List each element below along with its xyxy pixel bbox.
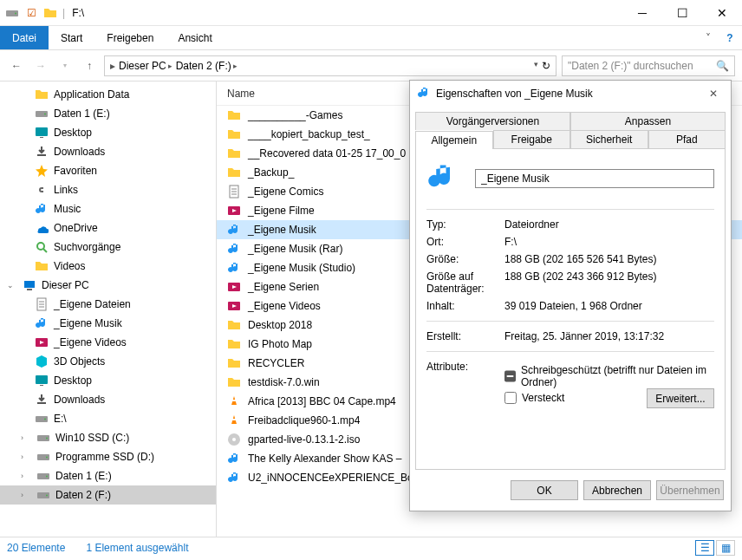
tab-customize[interactable]: Anpassen [570, 112, 726, 130]
tab-sharing[interactable]: Freigabe [493, 130, 571, 148]
tree-item-label: Videos [54, 260, 85, 272]
readonly-checkbox[interactable] [504, 370, 516, 382]
tree-item[interactable]: Favoriten [0, 161, 216, 180]
tree-item[interactable]: ⌄Dieser PC [0, 276, 216, 295]
prop-value: Dateiordner [504, 218, 559, 231]
tree-item[interactable]: Daten 1 (E:) [0, 104, 216, 123]
tree-item-label: Win10 SSD (C:) [55, 432, 129, 444]
tree-item[interactable]: ›Daten 1 (E:) [0, 466, 216, 485]
navigation-tree[interactable]: Application DataDaten 1 (E:)DesktopDownl… [0, 81, 217, 537]
expand-icon[interactable]: › [21, 491, 29, 499]
tree-item[interactable]: Downloads [0, 390, 216, 409]
ribbon-file-tab[interactable]: Datei [0, 26, 49, 49]
tree-item[interactable]: OneDrive [0, 218, 216, 238]
tree-item-label: 3D Objects [54, 355, 105, 368]
tree-item-label: Music [54, 203, 81, 215]
tree-item[interactable]: _Eigene Musik [0, 314, 216, 333]
tree-item[interactable]: _Eigene Dateien [0, 295, 216, 314]
folder-icon [227, 337, 241, 351]
back-button[interactable]: ← [7, 56, 26, 75]
tab-security[interactable]: Sicherheit [570, 130, 648, 148]
ribbon-tab-view[interactable]: Ansicht [166, 26, 224, 49]
tree-item[interactable]: Application Data [0, 85, 216, 104]
folder-icon [227, 318, 241, 332]
ok-button[interactable]: OK [511, 480, 578, 500]
close-button[interactable]: ✕ [702, 0, 742, 26]
3d-icon [35, 355, 49, 368]
tree-item[interactable]: E:\ [0, 409, 216, 428]
breadcrumb-root-icon[interactable]: ▸ [110, 60, 115, 72]
folder-icon [227, 108, 241, 122]
folder-name-input[interactable] [475, 169, 714, 188]
address-dropdown-icon[interactable]: ▾ [534, 60, 538, 72]
created-label: Erstellt: [426, 330, 504, 342]
file-name: testdisk-7.0.win [248, 376, 320, 388]
refresh-icon[interactable]: ↻ [542, 60, 550, 72]
forward-button[interactable]: → [31, 56, 50, 75]
tree-item[interactable]: ›Daten 2 (F:) [0, 485, 216, 505]
recent-dropdown[interactable]: ▾ [55, 56, 75, 75]
expand-icon[interactable]: › [21, 453, 29, 461]
maximize-button[interactable]: ☐ [662, 0, 702, 26]
tree-item[interactable]: 3D Objects [0, 352, 216, 371]
navigation-bar: ← → ▾ ↑ ▸ Dieser PC▸ Daten 2 (F:)▸ ▾ ↻ "… [0, 50, 742, 81]
up-button[interactable]: ↑ [80, 56, 99, 75]
apply-button[interactable]: Übernehmen [656, 480, 724, 500]
advanced-button[interactable]: Erweitert... [647, 388, 714, 408]
file-name: _Eigene Musik (Rar) [248, 243, 342, 255]
file-name: __Recovered data 01-25 17_00_0 [248, 147, 406, 160]
search-icon[interactable]: 🔍 [716, 60, 729, 72]
address-bar[interactable]: ▸ Dieser PC▸ Daten 2 (F:)▸ ▾ ↻ [104, 55, 556, 76]
drive-icon [35, 412, 49, 426]
drive-icon [36, 488, 50, 502]
tree-item[interactable]: Videos [0, 257, 216, 276]
expand-icon[interactable]: › [21, 433, 29, 442]
folder-icon [227, 127, 241, 141]
tree-item[interactable]: Desktop [0, 123, 216, 142]
quick-access-icon[interactable]: ☑ [24, 6, 38, 20]
prop-value: 188 GB (202 243 366 912 Bytes) [504, 270, 656, 295]
tree-item[interactable]: Music [0, 199, 216, 218]
expand-icon[interactable]: › [21, 472, 29, 480]
hidden-checkbox[interactable] [504, 392, 517, 404]
folder-icon [227, 147, 241, 160]
tree-item[interactable]: ›Win10 SSD (C:) [0, 428, 216, 447]
video-icon [35, 335, 49, 349]
tree-item[interactable]: ›Programme SSD (D:) [0, 447, 216, 466]
drive-icon [36, 450, 50, 464]
search-input[interactable]: "Daten 2 (F:)" durchsuchen 🔍 [562, 55, 735, 76]
doc-icon [35, 297, 49, 311]
prop-value: 39 019 Dateien, 1 968 Ordner [504, 300, 642, 312]
tree-item[interactable]: Links [0, 180, 216, 199]
folder-icon [35, 88, 49, 101]
ribbon-collapse-icon[interactable]: ˅ [699, 26, 718, 49]
breadcrumb-drive[interactable]: Daten 2 (F:)▸ [176, 60, 238, 72]
minimize-button[interactable]: ─ [622, 0, 662, 26]
ribbon-tab-share[interactable]: Freigeben [94, 26, 166, 49]
tree-item[interactable]: _Eigene Videos [0, 333, 216, 352]
file-name: IG Photo Map [248, 338, 312, 350]
tab-general[interactable]: Allgemein [415, 131, 493, 149]
tree-item[interactable]: Downloads [0, 142, 216, 161]
cancel-button[interactable]: Abbrechen [583, 480, 651, 500]
help-button[interactable]: ? [718, 26, 742, 49]
icons-view-button[interactable]: ▦ [716, 540, 735, 556]
ribbon-tab-start[interactable]: Start [49, 26, 94, 49]
dialog-title: Eigenschaften von _Eigene Musik [436, 88, 593, 100]
folder-icon [35, 259, 49, 273]
details-view-button[interactable]: ☰ [695, 540, 714, 556]
expand-icon[interactable]: ⌄ [7, 281, 16, 290]
music-icon [35, 202, 49, 216]
tree-item[interactable]: Suchvorgänge [0, 238, 216, 257]
tree-item-label: Favoriten [54, 165, 97, 177]
tab-previous-versions[interactable]: Vorgängerversionen [415, 112, 570, 130]
dialog-close-button[interactable]: ✕ [703, 88, 724, 100]
tree-item-label: Daten 2 (F:) [55, 489, 111, 501]
iso-icon [227, 433, 241, 446]
link-icon [35, 183, 49, 197]
dialog-titlebar[interactable]: Eigenschaften von _Eigene Musik ✕ [410, 81, 731, 107]
breadcrumb-this-pc[interactable]: Dieser PC▸ [119, 60, 172, 72]
tree-item[interactable]: Desktop [0, 371, 216, 390]
tab-path[interactable]: Pfad [648, 130, 726, 148]
prop-label: Typ: [426, 218, 504, 231]
